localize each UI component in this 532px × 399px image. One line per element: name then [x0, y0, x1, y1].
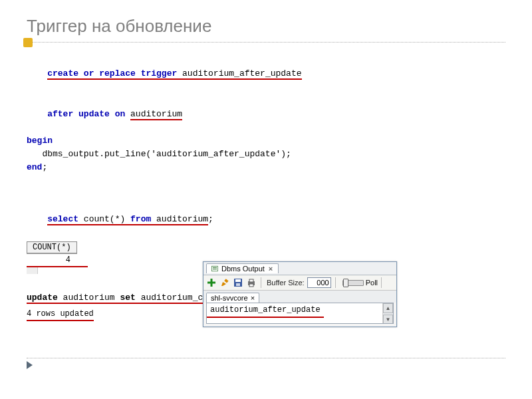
kw-set: set — [120, 293, 140, 304]
kw-from: from — [130, 214, 151, 225]
poll-label: Poll — [366, 279, 378, 287]
panel-toolbar: Buffer Size: Poll — [203, 275, 396, 291]
scrollbar-vertical[interactable]: ▲ ▼ — [382, 303, 393, 323]
query-result-table: COUNT(*) 4 — [27, 240, 88, 274]
count-star: count(*) — [78, 214, 130, 225]
kw-select: select — [47, 214, 78, 225]
tab-connection[interactable]: shl-svvcore × — [206, 293, 259, 303]
svg-rect-8 — [249, 279, 253, 282]
kw-after-update-on: after update on — [47, 109, 130, 119]
trigger-code-block: create or replace trigger auditorium_aft… — [27, 54, 505, 174]
from-table: auditorium — [151, 214, 208, 225]
accent-square — [23, 38, 33, 47]
row-gutter — [27, 267, 38, 274]
svg-rect-5 — [235, 279, 241, 282]
kw-begin: begin — [27, 134, 505, 148]
footer — [27, 352, 505, 369]
upd-table: auditorium — [63, 293, 120, 304]
result-column-header: COUNT(*) — [27, 241, 77, 254]
panel-tab-row: Dbms Output × — [203, 262, 396, 275]
scroll-down-icon[interactable]: ▼ — [383, 315, 393, 324]
dbms-output-icon — [211, 265, 219, 273]
add-icon[interactable] — [206, 277, 217, 288]
kw-update: update — [27, 293, 63, 304]
trigger-name: auditorium_after_update — [182, 68, 301, 80]
poll-area: Poll — [342, 277, 383, 288]
poll-slider[interactable] — [342, 280, 364, 286]
page-title: Триггер на обновление — [27, 16, 505, 37]
save-icon[interactable] — [233, 277, 243, 288]
svg-rect-2 — [213, 269, 217, 269]
divider-top — [27, 42, 505, 43]
table-auditorium: auditorium — [130, 109, 182, 120]
scroll-up-icon[interactable]: ▲ — [383, 303, 393, 313]
result-value: 4 — [27, 254, 88, 267]
print-icon[interactable] — [246, 277, 257, 288]
close-icon[interactable]: × — [267, 265, 274, 273]
svg-rect-6 — [236, 283, 240, 286]
close-icon[interactable]: × — [251, 294, 255, 302]
kw-create-or-replace-trigger: create or replace trigger — [47, 68, 182, 80]
toolbar-separator-3 — [381, 277, 382, 288]
dbms-output-panel: Dbms Output × Buffer Size: Poll shl-svvc… — [203, 261, 397, 327]
connection-tab-row: shl-svvcore × — [203, 291, 396, 303]
select-code-block: select count(*) from auditorium; — [27, 200, 505, 239]
tab-label: Dbms Output — [221, 265, 265, 273]
slide-marker-icon — [27, 361, 33, 369]
tab-dbms-output[interactable]: Dbms Output × — [206, 263, 279, 273]
connection-tab-label: shl-svvcore — [211, 294, 248, 302]
svg-rect-9 — [249, 284, 253, 287]
toolbar-separator — [261, 277, 261, 288]
svg-rect-1 — [213, 267, 217, 268]
buffer-size-label: Buffer Size: — [267, 279, 305, 287]
divider-bottom — [27, 358, 505, 358]
kw-end: end — [27, 162, 42, 172]
toolbar-separator-2 — [335, 277, 336, 288]
output-console: auditorium_after_update ▲ ▼ — [206, 303, 394, 324]
edit-icon[interactable] — [219, 277, 230, 288]
update-result-text: 4 rows updated — [27, 309, 94, 321]
dbms-output-line: dbms_output.put_line('auditorium_after_u… — [27, 148, 505, 161]
svg-rect-3 — [224, 279, 228, 283]
output-line: auditorium_after_update — [207, 303, 324, 318]
buffer-size-input[interactable] — [307, 277, 331, 288]
